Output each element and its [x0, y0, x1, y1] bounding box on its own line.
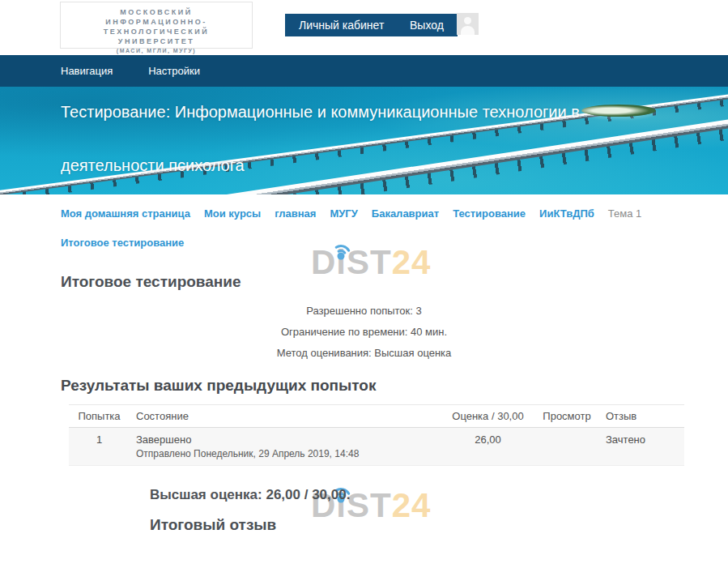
personal-cabinet-button[interactable]: Личный кабинет	[285, 14, 398, 36]
attempt-state-label: Завершено	[136, 433, 435, 446]
attempt-grade: 26,00	[441, 428, 534, 466]
breadcrumb-course-code[interactable]: ИиКТвДПб	[539, 207, 594, 220]
attempt-review	[534, 428, 599, 466]
breadcrumb-testing[interactable]: Тестирование	[453, 207, 526, 220]
page-header: МОСКОВСКИЙ ИНФОРМАЦИОННО-ТЕХНОЛОГИЧЕСКИЙ…	[0, 0, 728, 55]
breadcrumb: Моя домашняя страница Мои курсы главная …	[61, 207, 728, 220]
breadcrumb-second-row: Итоговое тестирование	[61, 237, 728, 249]
course-title-line1: Тестирование: Информационные и коммуника…	[61, 103, 580, 122]
attempt-state: Завершено Отправлено Понедельник, 29 Апр…	[130, 428, 441, 466]
attempts-allowed: Разрешенно попыток: 3	[0, 301, 728, 322]
logo-line: УНИВЕРСИТЕТ	[61, 36, 252, 46]
logo-line: ИНФОРМАЦИОННО-ТЕХНОЛОГИЧЕСКИЙ	[61, 17, 252, 36]
main-navbar: Навигация Настройки	[0, 55, 728, 87]
col-attempt: Попытка	[69, 405, 130, 428]
col-feedback: Отзыв	[599, 405, 684, 428]
university-logo[interactable]: МОСКОВСКИЙ ИНФОРМАЦИОННО-ТЕХНОЛОГИЧЕСКИЙ…	[60, 2, 253, 49]
logout-button[interactable]: Выход	[396, 14, 458, 36]
nav-item-navigation[interactable]: Навигация	[61, 65, 113, 77]
col-review: Просмотр	[534, 405, 599, 428]
nav-item-settings[interactable]: Настройки	[148, 65, 200, 77]
course-title-line2: деятельности психолога	[61, 156, 580, 175]
course-title: Тестирование: Информационные и коммуника…	[61, 103, 580, 175]
logo-line: (МАСИ, МГЛИ, МУГУ)	[61, 46, 252, 55]
highest-grade: Высшая оценка: 26,00 / 30,00.	[150, 487, 728, 503]
breadcrumb-final-test[interactable]: Итоговое тестирование	[61, 237, 184, 249]
logo-line: МОСКОВСКИЙ	[61, 7, 252, 17]
attempt-feedback: Зачтено	[599, 428, 684, 466]
time-limit: Ограничение по времени: 40 мин.	[0, 322, 728, 343]
course-banner: Тестирование: Информационные и коммуника…	[0, 87, 728, 194]
results-heading: Результаты ваших предыдущих попыток	[61, 377, 728, 395]
table-row: 1 Завершено Отправлено Понедельник, 29 А…	[69, 428, 684, 466]
col-state: Состояние	[130, 405, 441, 428]
attempt-number: 1	[69, 428, 130, 466]
quiz-info: Разрешенно попыток: 3 Ограничение по вре…	[0, 301, 728, 364]
table-header-row: Попытка Состояние Оценка / 30,00 Просмот…	[69, 405, 684, 428]
final-feedback-heading: Итоговый отзыв	[150, 516, 728, 534]
island-image	[581, 105, 656, 117]
user-avatar[interactable]	[457, 13, 479, 35]
attempts-table: Попытка Состояние Оценка / 30,00 Просмот…	[69, 404, 684, 466]
final-feedback-value: Зачтено	[0, 547, 728, 568]
breadcrumb-bachelor[interactable]: Бакалавриат	[372, 207, 439, 220]
breadcrumb-main[interactable]: главная	[275, 207, 316, 220]
quiz-title: Итоговое тестирование	[61, 273, 728, 291]
grading-method: Метод оценивания: Высшая оценка	[0, 343, 728, 364]
col-grade: Оценка / 30,00	[441, 405, 534, 428]
attempt-submitted: Отправлено Понедельник, 29 Апрель 2019, …	[136, 448, 435, 459]
breadcrumb-my-home[interactable]: Моя домашняя страница	[61, 207, 190, 220]
breadcrumb-topic1: Тема 1	[608, 207, 641, 220]
main-content: Моя домашняя страница Мои курсы главная …	[0, 207, 728, 568]
breadcrumb-mugu[interactable]: МУГУ	[330, 207, 357, 220]
breadcrumb-my-courses[interactable]: Мои курсы	[204, 207, 261, 220]
